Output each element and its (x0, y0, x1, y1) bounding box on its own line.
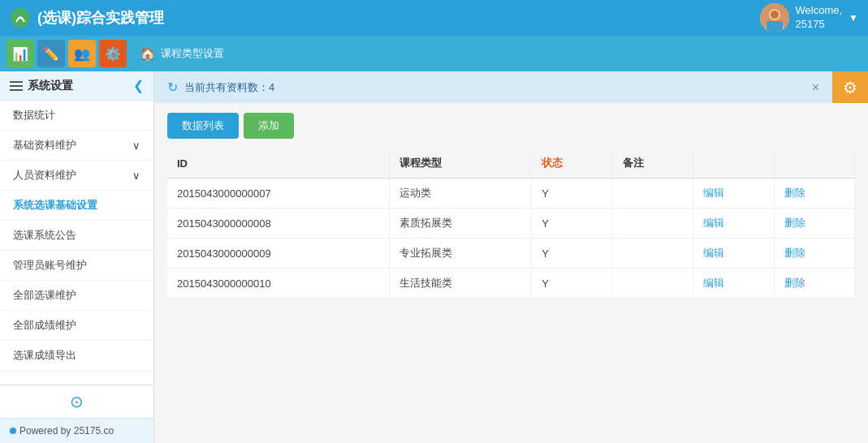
sidebar-item-data-stats-label: 数据统计 (13, 108, 55, 123)
edit-toolbar-btn[interactable]: ✏️ (37, 40, 65, 67)
sidebar-item-course-settings-label: 系统选课基础设置 (13, 198, 97, 213)
user-avatar (760, 3, 789, 32)
powered-dot (10, 428, 16, 434)
sidebar-item-notice[interactable]: 选课系统公告 (0, 221, 153, 251)
content-body: 数据列表 添加 ID 课程类型 状态 备注 201504300000 (154, 103, 868, 308)
content-area: ↻ 当前共有资料数：4 × ⚙ 数据列表 添加 ID 课程类型 (154, 71, 868, 443)
powered-text: Powered by 25175.co (19, 425, 114, 437)
cell-type: 运动类 (389, 178, 531, 209)
info-bar-left: ↻ 当前共有资料数：4 (167, 80, 274, 95)
cell-id: 2015043000000008 (167, 209, 389, 239)
sidebar-header: 系统设置 ❮ (0, 71, 153, 101)
sidebar-item-all-courses-label: 全部选课维护 (13, 288, 76, 303)
table-row: 2015043000000007 运动类 Y 编辑 删除 (167, 178, 855, 209)
sidebar-title: 系统设置 (28, 79, 73, 93)
add-btn[interactable]: 添加 (244, 113, 294, 139)
cell-edit[interactable]: 编辑 (693, 178, 774, 209)
cell-edit[interactable]: 编辑 (693, 209, 774, 239)
logo-icon (10, 7, 31, 28)
sidebar: 系统设置 ❮ 数据统计 基础资料维护 ∨ 人员资料维护 ∨ 系统选课基础设置 选… (0, 71, 154, 443)
col-id: ID (167, 148, 389, 178)
sidebar-item-all-grades[interactable]: 全部成绩维护 (0, 311, 153, 341)
col-action2 (774, 148, 854, 178)
edit-link[interactable]: 编辑 (703, 247, 724, 259)
cell-remark (612, 178, 693, 209)
table-header-row: ID 课程类型 状态 备注 (167, 148, 855, 178)
sidebar-item-admin[interactable]: 管理员账号维护 (0, 251, 153, 281)
cell-type: 素质拓展类 (389, 209, 531, 239)
refresh-icon[interactable]: ↻ (167, 80, 178, 95)
col-action1 (693, 148, 774, 178)
edit-link[interactable]: 编辑 (703, 277, 724, 289)
sidebar-item-personnel[interactable]: 人员资料维护 ∨ (0, 161, 153, 191)
main-layout: 系统设置 ❮ 数据统计 基础资料维护 ∨ 人员资料维护 ∨ 系统选课基础设置 选… (0, 71, 868, 443)
cell-remark (612, 269, 693, 299)
svg-rect-5 (767, 21, 783, 32)
sidebar-item-admin-label: 管理员账号维护 (13, 258, 87, 273)
cell-delete[interactable]: 删除 (774, 239, 854, 269)
sidebar-collapse-btn[interactable]: ❮ (133, 78, 144, 93)
user-dropdown-arrow[interactable]: ▼ (849, 12, 858, 24)
sidebar-item-data-stats[interactable]: 数据统计 (0, 101, 153, 131)
cell-delete[interactable]: 删除 (774, 269, 854, 299)
sidebar-item-export-label: 选课成绩导出 (13, 348, 76, 363)
action-bar: 数据列表 添加 (167, 113, 855, 139)
col-remark: 备注 (612, 148, 693, 178)
sidebar-header-left: 系统设置 (10, 79, 73, 93)
breadcrumb-text: 课程类型设置 (161, 46, 224, 61)
cell-status: Y (532, 269, 612, 299)
cell-id: 2015043000000007 (167, 178, 389, 209)
table-row: 2015043000000010 生活技能类 Y 编辑 删除 (167, 269, 855, 299)
home-icon: 🏠 (140, 46, 156, 62)
delete-link[interactable]: 删除 (784, 277, 805, 289)
info-bar-wrapper: ↻ 当前共有资料数：4 × ⚙ (154, 71, 868, 103)
sidebar-item-personnel-label: 人员资料维护 (13, 168, 76, 183)
cell-id: 2015043000000009 (167, 239, 389, 269)
delete-link[interactable]: 删除 (784, 247, 805, 259)
delete-link[interactable]: 删除 (784, 217, 805, 229)
header-right: Welcome, 25175 ▼ (760, 3, 858, 32)
stats-toolbar-btn[interactable]: 📊 (6, 40, 34, 67)
header-left: (选课)踪合实践管理 (10, 7, 164, 28)
app-title: (选课)踪合实践管理 (37, 8, 164, 28)
data-table: ID 课程类型 状态 备注 2015043000000007 运动类 Y 编辑 … (167, 148, 855, 299)
cell-type: 生活技能类 (389, 269, 531, 299)
info-message: 当前共有资料数：4 (184, 80, 274, 95)
cell-id: 2015043000000010 (167, 269, 389, 299)
col-type: 课程类型 (389, 148, 531, 178)
list-btn[interactable]: 数据列表 (167, 113, 239, 139)
edit-link[interactable]: 编辑 (703, 217, 724, 229)
cell-edit[interactable]: 编辑 (693, 239, 774, 269)
sidebar-item-export[interactable]: 选课成绩导出 (0, 341, 153, 371)
sidebar-item-basic-label: 基础资料维护 (13, 138, 76, 153)
sidebar-item-all-grades-label: 全部成绩维护 (13, 318, 76, 333)
edit-link[interactable]: 编辑 (703, 187, 724, 199)
cell-type: 专业拓展类 (389, 239, 531, 269)
sidebar-item-course-settings[interactable]: 系统选课基础设置 (0, 191, 153, 221)
cell-delete[interactable]: 删除 (774, 178, 854, 209)
sidebar-item-basic[interactable]: 基础资料维护 ∨ (0, 131, 153, 161)
welcome-text: Welcome, 25175 (796, 4, 843, 32)
delete-link[interactable]: 删除 (784, 187, 805, 199)
info-close-btn[interactable]: × (812, 80, 819, 95)
sidebar-menu: 数据统计 基础资料维护 ∨ 人员资料维护 ∨ 系统选课基础设置 选课系统公告 管… (0, 101, 153, 385)
chevron-down-icon: ∨ (132, 140, 140, 152)
cell-status: Y (532, 178, 612, 209)
info-settings-btn[interactable]: ⚙ (832, 71, 868, 103)
breadcrumb: 🏠 课程类型设置 (140, 46, 224, 62)
cell-remark (612, 239, 693, 269)
cell-remark (612, 209, 693, 239)
sidebar-scroll-up-btn[interactable]: ⊙ (70, 392, 84, 411)
svg-point-4 (771, 11, 779, 19)
toolbar: 📊 ✏️ 👥 ⚙️ 🏠 课程类型设置 (0, 36, 868, 71)
table-row: 2015043000000009 专业拓展类 Y 编辑 删除 (167, 239, 855, 269)
powered-bar: Powered by 25175.co (0, 418, 153, 443)
cell-edit[interactable]: 编辑 (693, 269, 774, 299)
header: (选课)踪合实践管理 Welcome, 25175 ▼ (0, 0, 868, 36)
cell-delete[interactable]: 删除 (774, 209, 854, 239)
sidebar-item-notice-label: 选课系统公告 (13, 228, 76, 243)
users-toolbar-btn[interactable]: 👥 (68, 40, 96, 67)
menu-icon (10, 81, 23, 91)
sidebar-item-all-courses[interactable]: 全部选课维护 (0, 281, 153, 311)
settings-toolbar-btn[interactable]: ⚙️ (99, 40, 127, 67)
